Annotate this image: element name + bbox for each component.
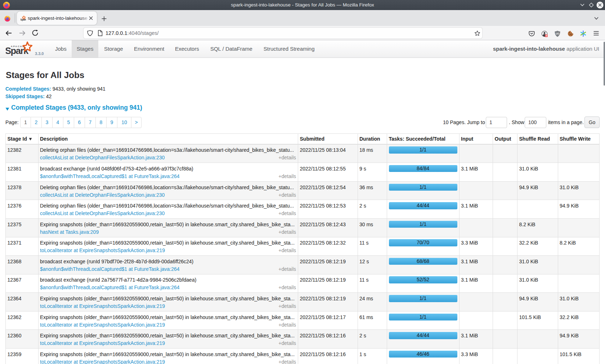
svg-text:Spark: Spark — [21, 18, 26, 21]
svg-text:UO: UO — [556, 32, 559, 35]
